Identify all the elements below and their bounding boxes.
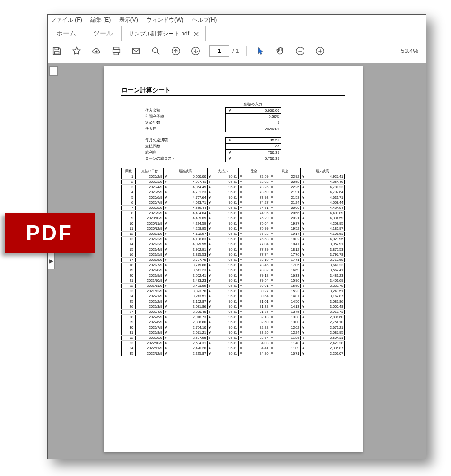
col-header: 期末残高 [301,168,345,174]
tab-home[interactable]: ホーム [48,26,85,41]
doc-title: ローン計算シート [121,86,345,96]
table-row: 182021/7/9¥3,719.68¥95.51¥78.46¥17.05¥3,… [122,263,345,268]
table-row: 52020/6/9¥4,707.64¥95.51¥73.93¥21.58¥4,6… [122,195,345,200]
col-header: 期首残高 [164,168,208,174]
col-header: 回数 [122,168,136,174]
table-row: 262022/3/9¥3,081.86¥95.51¥81.38¥14.13¥3,… [122,304,345,310]
table-row: 332022/10/9¥2,504.31¥95.51¥84.03¥11.48¥2… [122,341,345,346]
tab-row: ホーム ツール サンプル計算シート.pdf [48,26,426,41]
col-header: 元金 [238,168,269,174]
menubar: ファイル (F) 編集 (E) 表示(V) ウィンドウ(W) ヘルプ(H) [48,15,426,26]
summary-label: 支払回数 [145,143,226,149]
table-row: 82020/9/9¥4,484.84¥95.51¥74.95¥20.56¥4,4… [122,211,345,216]
menu-view[interactable]: 表示(V) [119,17,138,23]
menu-file[interactable]: ファイル (F) [51,17,82,23]
table-row: 152021/4/9¥3,952.91¥95.51¥77.39¥18.12¥3,… [122,247,345,252]
summary-label: 毎月の返済額 [145,137,226,143]
page-up-icon[interactable] [170,45,182,57]
svg-rect-3 [114,52,118,54]
table-row: 42020/5/9¥4,781.23¥95.51¥73.59¥21.91¥4,7… [122,190,345,195]
table-row: 222021/11/9¥3,403.69¥95.51¥79.91¥15.60¥3… [122,284,345,289]
menu-window[interactable]: ウィンドウ(W) [146,17,183,23]
svg-point-5 [153,47,158,52]
table-row: 212021/10/9¥3,483.23¥95.51¥79.54¥15.96¥3… [122,278,345,284]
table-row: 162021/5/9¥3,875.53¥95.51¥77.74¥17.76¥3,… [122,252,345,258]
summary-values: ¥95.5160¥730.35¥5,730.35 [226,137,281,162]
separator [246,46,247,56]
param-label: 借入金額 [145,107,226,113]
page-indicator: / 1 [209,45,239,57]
table-row: 172021/6/9¥3,797.78¥95.51¥78.10¥17.41¥3,… [122,258,345,263]
tab-active[interactable]: サンプル計算シート.pdf [121,26,206,41]
zoom-level[interactable]: 53.4% [401,47,418,54]
table-row: 202021/9/9¥3,562.41¥95.51¥79.18¥16.33¥3,… [122,273,345,278]
thumbnail-strip [48,63,59,459]
zoom-in-icon[interactable] [314,45,326,57]
pdf-badge-label: PDF [26,221,73,245]
zoom-out-icon[interactable] [294,45,306,57]
table-row: 252022/2/9¥3,162.87¥95.51¥81.01¥14.50¥3,… [122,299,345,304]
summary-value: ¥95.51 [226,138,281,144]
hand-tool-icon[interactable] [274,45,286,57]
toolbar: / 1 53.4% [48,41,426,61]
tab-tools[interactable]: ツール [85,26,121,41]
document-viewer[interactable]: ▶ ローン計算シート . 借入金額年間利子率返済年数借入日 金額の入力 ¥5,0… [48,63,426,459]
search-icon[interactable] [150,45,162,57]
col-header: 利息 [269,168,301,174]
svg-rect-0 [54,51,59,54]
table-row: 72020/8/9¥4,559.44¥95.51¥74.61¥20.90¥4,4… [122,206,345,211]
loan-table: 回数支払い日付期首残高支払い元金利息期末残高 12020/2/9¥5,000.0… [121,168,345,356]
menu-help[interactable]: ヘルプ(H) [192,17,217,23]
param-value: 5 [226,120,281,126]
table-row: 242022/1/9¥3,243.51¥95.51¥80.64¥14.87¥3,… [122,294,345,299]
table-row: 12020/2/9¥5,000.00¥95.51¥72.59¥22.92¥4,9… [122,174,345,180]
table-row: 282022/5/9¥2,918.73¥95.51¥82.13¥13.38¥2,… [122,315,345,320]
tab-active-label: サンプル計算シート.pdf [129,30,189,38]
mail-icon[interactable] [130,45,142,57]
param-label: 年間利子率 [145,113,226,120]
tab-close-icon[interactable] [194,32,199,36]
summary-label: 総利息 [145,149,226,156]
param-value: ¥5,000.00 [226,108,281,114]
summary-value: ¥5,730.35 [226,156,281,162]
page-total: / 1 [232,47,239,54]
param-values: ¥5,000.005.50%52020/1/9 [226,107,281,132]
table-row: 312022/8/9¥2,671.21¥95.51¥83.26¥12.24¥2,… [122,330,345,336]
page-down-icon[interactable] [190,45,202,57]
table-row: 272022/4/9¥3,000.48¥95.51¥81.75¥13.75¥2,… [122,310,345,315]
table-row: 62020/7/9¥4,633.71¥95.51¥74.27¥21.24¥4,5… [122,200,345,206]
table-row: 122021/1/9¥4,182.97¥95.51¥76.33¥19.17¥4,… [122,232,345,237]
table-row: 322022/9/9¥2,587.95¥95.51¥83.64¥11.86¥2,… [122,336,345,341]
table-row: 292022/6/9¥2,836.60¥95.51¥82.50¥13.00¥2,… [122,320,345,325]
page-input[interactable] [209,45,229,57]
table-row: 32020/4/9¥4,854.49¥95.51¥73.26¥22.25¥4,7… [122,185,345,190]
table-row: 342022/11/9¥2,420.28¥95.51¥84.41¥11.09¥2… [122,346,345,351]
param-label: 借入日 [145,126,226,132]
table-row: 192021/8/9¥3,641.23¥95.51¥78.82¥16.69¥3,… [122,268,345,273]
col-header: 支払い [207,168,238,174]
table-row: 102020/11/9¥4,334.59¥95.51¥75.64¥19.87¥4… [122,221,345,226]
select-tool-icon[interactable] [254,45,267,57]
col-header: 支払い日付 [136,168,164,174]
print-icon[interactable] [110,45,122,57]
loan-table-header: 回数支払い日付期首残高支払い元金利息期末残高 [122,168,345,174]
table-row: 92020/10/9¥4,409.89¥95.51¥75.29¥20.21¥4,… [122,216,345,221]
pdf-badge: PDF [5,213,95,253]
save-icon[interactable] [51,45,63,57]
cloud-icon[interactable] [90,45,103,57]
param-value: 5.50% [226,114,281,120]
table-row: 112020/12/9¥4,258.95¥95.51¥75.99¥19.52¥4… [122,226,345,232]
app-window: ファイル (F) 編集 (E) 表示(V) ウィンドウ(W) ヘルプ(H) ホー… [47,14,426,459]
summary-value: ¥730.35 [226,150,281,156]
star-icon[interactable] [70,45,83,57]
summary-labels: 毎月の返済額支払回数総利息ローンの総コスト [145,137,226,162]
table-row: 142021/3/9¥4,029.95¥95.51¥77.04¥18.47¥3,… [122,242,345,247]
menu-edit[interactable]: 編集 (E) [90,17,111,23]
param-labels: . 借入金額年間利子率返済年数借入日 [145,101,226,132]
thumbnail[interactable] [49,66,58,76]
table-row: 302022/7/9¥2,754.10¥95.51¥82.88¥12.62¥2,… [122,325,345,330]
page: ローン計算シート . 借入金額年間利子率返済年数借入日 金額の入力 ¥5,000… [104,66,363,452]
summary-label: ローンの総コスト [145,156,226,162]
input-caption: 金額の入力 [226,101,280,107]
param-label: 返済年数 [145,120,226,126]
